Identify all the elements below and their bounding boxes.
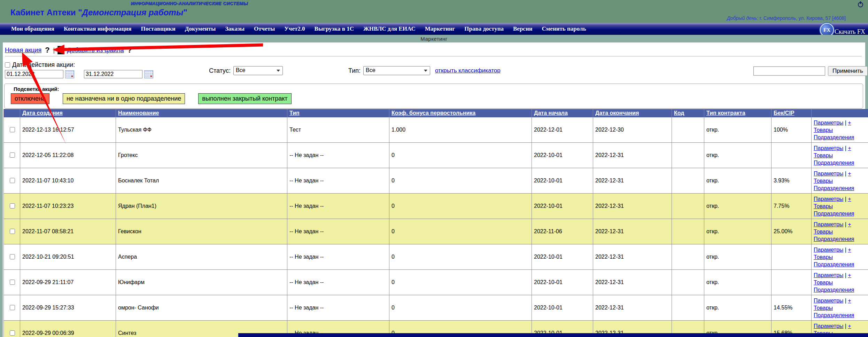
calendar-icon-2[interactable] <box>144 70 153 78</box>
nav-item-8[interactable]: ЖНВЛС для ЕИАС <box>363 25 416 32</box>
power-icon[interactable] <box>858 2 863 7</box>
goods-link[interactable]: Товары <box>814 254 833 260</box>
column-header-label-code[interactable]: Код <box>674 110 684 116</box>
nav-item-9[interactable]: Маркетинг <box>425 25 455 32</box>
nav-item-6[interactable]: Учет2.0 <box>284 25 305 32</box>
goods-link[interactable]: Товары <box>814 203 833 209</box>
divisions-link[interactable]: Подразделения <box>814 236 854 242</box>
column-header-label-bek[interactable]: Бек/CIP <box>774 110 795 116</box>
cell-koef: 0 <box>389 270 532 295</box>
divisions-link[interactable]: Подразделения <box>814 287 854 293</box>
goods-link[interactable]: Товары <box>814 127 833 133</box>
parameters-link[interactable]: Параметры <box>814 298 843 304</box>
download-fx-button[interactable]: FX Скачать FX <box>820 23 865 36</box>
parameters-link[interactable]: Параметры <box>814 221 843 227</box>
add-from-file-link[interactable]: Добавить из файла <box>67 47 124 54</box>
row-checkbox[interactable] <box>10 152 15 158</box>
nav-item-1[interactable]: Контактная информация <box>64 25 132 32</box>
goods-link[interactable]: Товары <box>814 305 833 311</box>
column-header-label-type[interactable]: Тип <box>289 110 300 116</box>
add-link[interactable]: + <box>848 272 851 278</box>
column-header-name: Наименование <box>116 109 287 117</box>
nav-item-0[interactable]: Мои обращения <box>11 25 54 32</box>
help-icon[interactable]: ? <box>45 46 49 55</box>
cell-actions: Параметры | +ТоварыПодразделения <box>812 143 868 168</box>
open-classifier-link[interactable]: открыть классификатор <box>435 67 501 74</box>
parameters-link[interactable]: Параметры <box>814 120 843 126</box>
apply-button[interactable]: Применить <box>828 66 868 76</box>
cell-start: 2022-12-01 <box>532 117 593 143</box>
parameters-link[interactable]: Параметры <box>814 272 843 278</box>
parameters-link[interactable]: Параметры <box>814 145 843 151</box>
add-link[interactable]: + <box>848 221 851 227</box>
row-checkbox[interactable] <box>10 127 15 132</box>
cell-name: Ядран (План1) <box>116 194 287 219</box>
nav-item-11[interactable]: Версии <box>513 25 532 32</box>
row-checkbox[interactable] <box>10 203 15 209</box>
add-link[interactable]: + <box>848 145 851 151</box>
cell-bek: 3.93% <box>772 168 812 194</box>
row-checkbox[interactable] <box>10 254 15 259</box>
help-icon-2[interactable]: ? <box>127 46 132 55</box>
parameters-link[interactable]: Параметры <box>814 171 843 177</box>
file-icon[interactable] <box>57 46 64 54</box>
column-header-start: Дата начала <box>532 109 593 117</box>
cell-created: 2022-12-13 16:12:57 <box>20 117 116 143</box>
add-link[interactable]: + <box>848 298 851 304</box>
add-link[interactable]: + <box>848 247 851 253</box>
cell-type: -- Не задан -- <box>287 219 389 244</box>
cell-contract: откр. <box>704 143 772 168</box>
type-select[interactable]: Все <box>363 66 430 75</box>
nav-item-4[interactable]: Заказы <box>225 25 245 32</box>
date-from-input[interactable] <box>5 70 63 78</box>
cell-start: 2022-10-01 <box>532 143 593 168</box>
parameters-link[interactable]: Параметры <box>814 247 843 253</box>
parameters-link[interactable]: Параметры <box>814 196 843 202</box>
cell-code <box>672 244 704 270</box>
nav-item-10[interactable]: Права доступа <box>464 25 504 32</box>
goods-link[interactable]: Товары <box>814 178 833 184</box>
nav-item-7[interactable]: Выгрузка в 1С <box>315 25 354 32</box>
nav-item-5[interactable]: Отчеты <box>254 25 275 32</box>
cell-created: 2022-09-29 15:27:33 <box>20 295 116 321</box>
column-header-label-koef[interactable]: Коэф. бонуса первостольника <box>392 110 475 116</box>
add-link[interactable]: + <box>848 196 851 202</box>
add-link[interactable]: + <box>848 171 851 177</box>
divisions-link[interactable]: Подразделения <box>814 261 854 267</box>
row-checkbox[interactable] <box>10 305 15 310</box>
date-range-inputs <box>5 70 153 78</box>
cell-start: 2022-10-01 <box>532 244 593 270</box>
divisions-link[interactable]: Подразделения <box>814 312 854 318</box>
goods-link[interactable]: Товары <box>814 229 833 235</box>
divisions-link[interactable]: Подразделения <box>814 134 854 140</box>
add-link[interactable]: + <box>848 323 851 329</box>
row-checkbox[interactable] <box>10 229 15 234</box>
date-to-input[interactable] <box>84 70 142 78</box>
goods-link[interactable]: Товары <box>814 152 833 158</box>
cell-end: 2022-12-31 <box>593 244 672 270</box>
column-header-label-end[interactable]: Дата окончания <box>595 110 639 116</box>
row-checkbox[interactable] <box>10 330 15 336</box>
search-input[interactable] <box>753 66 825 76</box>
row-checkbox[interactable] <box>10 178 15 183</box>
nav-item-3[interactable]: Документы <box>185 25 216 32</box>
column-header-label-contract[interactable]: Тип контракта <box>706 110 745 116</box>
cell-actions: Параметры | +ТоварыПодразделения <box>812 219 868 244</box>
divisions-link[interactable]: Подразделения <box>814 160 854 166</box>
status-select[interactable]: Все <box>233 66 283 75</box>
divisions-link[interactable]: Подразделения <box>814 211 854 217</box>
row-checkbox[interactable] <box>10 280 15 285</box>
nav-item-12[interactable]: Сменить пароль <box>542 25 586 32</box>
add-link[interactable]: + <box>848 120 851 126</box>
goods-link[interactable]: Товары <box>814 280 833 285</box>
calendar-icon[interactable] <box>65 70 74 78</box>
parameters-link[interactable]: Параметры <box>814 323 843 329</box>
date-filter-checkbox[interactable] <box>5 62 10 68</box>
cell-end: 2022-12-31 <box>593 168 672 194</box>
column-header-label-created[interactable]: Дата создания <box>22 110 63 116</box>
column-header-label-name[interactable]: Наименование <box>118 110 159 116</box>
new-action-link[interactable]: Новая акция <box>5 47 41 54</box>
divisions-link[interactable]: Подразделения <box>814 185 854 191</box>
column-header-label-start[interactable]: Дата начала <box>534 110 568 116</box>
nav-item-2[interactable]: Поставщики <box>141 25 176 32</box>
